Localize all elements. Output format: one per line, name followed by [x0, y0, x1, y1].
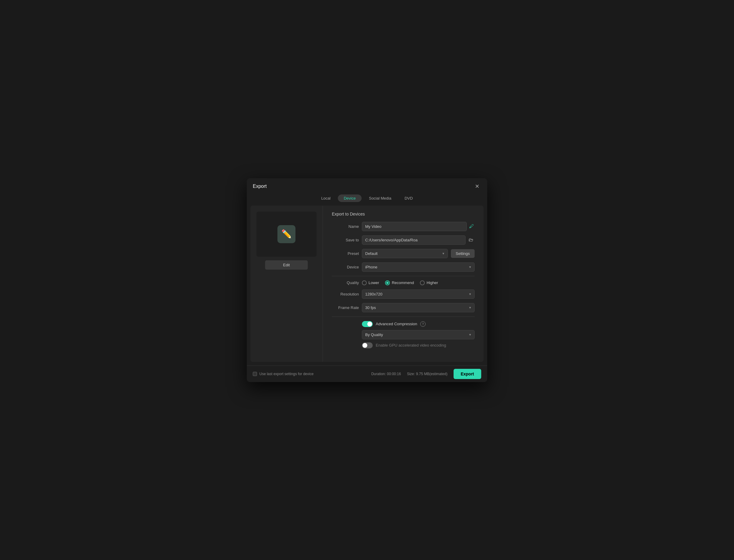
use-last-settings-label: Use last export settings for device	[259, 372, 313, 376]
resolution-select-wrap: 1280x720 1920x1080 3840x2160 ▼	[362, 289, 475, 299]
device-row: Device iPhone iPad Android Apple TV ▼	[332, 262, 475, 272]
save-to-input-group: 🗁	[362, 235, 475, 245]
dialog-title: Export	[253, 184, 267, 189]
quality-recommend-dot	[386, 282, 389, 284]
save-to-input[interactable]	[362, 235, 466, 245]
duration-info: Duration: 00:00:16	[371, 372, 401, 376]
edit-button[interactable]: Edit	[265, 260, 308, 270]
settings-button[interactable]: Settings	[451, 249, 475, 258]
footer-right: Duration: 00:00:16 Size: 9.75 MB(estimat…	[371, 369, 481, 379]
preset-select[interactable]: Default Custom	[362, 249, 448, 258]
preset-select-wrap: Default Custom ▼	[362, 249, 448, 258]
export-dialog: Export ✕ Local Device Social Media DVD ✏…	[247, 178, 487, 382]
use-last-settings[interactable]: Use last export settings for device	[253, 372, 313, 376]
help-icon[interactable]: ?	[420, 321, 426, 327]
divider-1	[332, 276, 475, 276]
dialog-header: Export ✕	[247, 178, 487, 193]
folder-button[interactable]: 🗁	[467, 236, 475, 244]
quality-higher-radio[interactable]	[420, 280, 425, 285]
right-panel: Export to Devices Name 🖊 Save to 🗁 Pr	[323, 206, 484, 362]
tab-local[interactable]: Local	[315, 194, 337, 202]
device-select[interactable]: iPhone iPad Android Apple TV	[362, 262, 475, 272]
ai-button[interactable]: 🖊	[469, 223, 475, 230]
quality-label: Quality	[332, 280, 359, 285]
preset-label: Preset	[332, 251, 359, 256]
by-quality-select[interactable]: By Quality By Size	[362, 330, 475, 339]
device-select-wrap: iPhone iPad Android Apple TV ▼	[362, 262, 475, 272]
content-area: ✏️ Edit Export to Devices Name 🖊 Save to…	[250, 206, 484, 362]
quality-row: Quality Lower Recommend Higher	[332, 280, 475, 285]
name-input-group: 🖊	[362, 222, 475, 231]
quality-recommend-radio[interactable]	[385, 280, 390, 285]
tab-bar: Local Device Social Media DVD	[247, 193, 487, 206]
by-quality-select-wrap: By Quality By Size ▼	[362, 330, 475, 339]
by-quality-row: By Quality By Size ▼	[332, 330, 475, 339]
size-info: Size: 9.75 MB(estimated)	[407, 372, 448, 376]
quality-recommend[interactable]: Recommend	[385, 280, 414, 285]
quality-higher[interactable]: Higher	[420, 280, 438, 285]
name-label: Name	[332, 224, 359, 229]
left-panel: ✏️ Edit	[250, 206, 323, 362]
frame-rate-select[interactable]: 24 fps 30 fps 60 fps	[362, 303, 475, 312]
preview-icon: ✏️	[277, 225, 295, 243]
name-input[interactable]	[362, 222, 467, 231]
gpu-toggle-knob	[362, 343, 367, 348]
resolution-row: Resolution 1280x720 1920x1080 3840x2160 …	[332, 289, 475, 299]
tab-social-media[interactable]: Social Media	[363, 194, 397, 202]
frame-rate-select-wrap: 24 fps 30 fps 60 fps ▼	[362, 303, 475, 312]
gpu-toggle[interactable]	[362, 342, 373, 348]
advanced-compression-label: Advanced Compression	[376, 322, 417, 326]
frame-rate-label: Frame Rate	[332, 305, 359, 310]
close-button[interactable]: ✕	[473, 182, 481, 190]
section-title: Export to Devices	[332, 212, 475, 216]
preset-row: Preset Default Custom ▼ Settings	[332, 249, 475, 258]
gpu-label: Enable GPU accelerated video encoding	[376, 343, 446, 347]
gpu-row: Enable GPU accelerated video encoding	[332, 342, 475, 348]
export-button[interactable]: Export	[454, 369, 481, 379]
advanced-compression-toggle[interactable]	[362, 321, 373, 327]
quality-lower[interactable]: Lower	[362, 280, 379, 285]
device-label: Device	[332, 265, 359, 269]
name-row: Name 🖊	[332, 222, 475, 231]
toggle-knob	[367, 322, 372, 326]
preview-box: ✏️	[256, 212, 317, 257]
quality-options: Lower Recommend Higher	[362, 280, 438, 285]
advanced-compression-row: Advanced Compression ?	[332, 321, 475, 327]
tab-device[interactable]: Device	[338, 194, 362, 202]
save-to-row: Save to 🗁	[332, 235, 475, 245]
resolution-select[interactable]: 1280x720 1920x1080 3840x2160	[362, 289, 475, 299]
quality-lower-radio[interactable]	[362, 280, 367, 285]
use-last-settings-checkbox[interactable]	[253, 372, 257, 376]
resolution-label: Resolution	[332, 292, 359, 296]
save-to-label: Save to	[332, 238, 359, 242]
footer: Use last export settings for device Dura…	[247, 366, 487, 382]
frame-rate-row: Frame Rate 24 fps 30 fps 60 fps ▼	[332, 303, 475, 312]
tab-dvd[interactable]: DVD	[399, 194, 419, 202]
